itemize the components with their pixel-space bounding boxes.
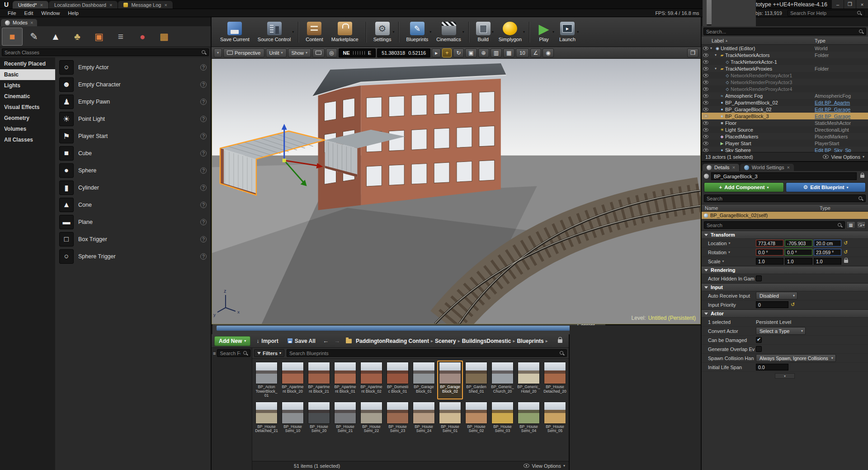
rotation-snap-button[interactable]: ∠	[530, 48, 542, 57]
mode-button[interactable]: ≡	[110, 28, 131, 46]
help-icon[interactable]	[200, 236, 207, 242]
outliner-row[interactable]: PlacedMarkers PlacedMarkers	[702, 133, 868, 140]
actor-type-text[interactable]: AtmosphericFog	[815, 93, 868, 99]
section-actor[interactable]: Actor	[702, 309, 868, 318]
grid-size-button[interactable]: 10	[516, 48, 528, 57]
scale-x-field[interactable]: 1.0	[756, 258, 783, 265]
can-be-damaged-checkbox[interactable]	[756, 337, 762, 343]
outliner-row[interactable]: NetworkRenderProxyActor4	[702, 85, 868, 92]
location-x-field[interactable]: 773.478	[756, 240, 783, 247]
visibility-eye-icon[interactable]	[703, 142, 708, 145]
asset-tile[interactable]: BP_Garage Block_01	[411, 361, 437, 399]
perspective-button[interactable]: Perspective	[223, 48, 264, 57]
actor-type-text[interactable]: PlayerStart	[815, 141, 868, 146]
forward-button[interactable]: →	[333, 337, 341, 344]
visibility-eye-icon[interactable]	[703, 128, 708, 132]
reset-icon[interactable]	[791, 302, 795, 308]
viewport-3d-scene[interactable]: z x y	[212, 59, 700, 324]
category-item[interactable]: Lights	[0, 80, 55, 91]
surface-snap-button[interactable]: ▥	[491, 48, 502, 57]
category-item[interactable]: Visual Effects	[0, 102, 55, 113]
toolbar-button[interactable]: Save Current	[216, 20, 254, 44]
outliner-search-input[interactable]	[704, 29, 859, 34]
asset-tile[interactable]: BP_Generic_Church_20	[490, 361, 515, 399]
outliner-row[interactable]: Sky Sphere Edit BP_Sky_Sp	[702, 147, 868, 152]
actor-type-text[interactable]: Edit BP_Sky_Sp	[815, 147, 868, 152]
visibility-eye-icon[interactable]	[703, 67, 708, 71]
placeable-item[interactable]: □ Box Trigger	[56, 231, 210, 248]
asset-tile[interactable]: BP_Domestic Block_01	[385, 361, 410, 399]
scale-tool-button[interactable]: ▣	[465, 48, 476, 57]
location-label[interactable]: Location	[708, 241, 756, 246]
toolbar-button[interactable]: Launch	[555, 20, 580, 44]
asset-tile[interactable]: BP_Acton TowerBlock_01	[254, 361, 279, 399]
category-item[interactable]: Recently Placed	[0, 58, 55, 69]
rotation-label[interactable]: Rotation	[708, 250, 756, 255]
expander-arrow-icon[interactable]: ▾	[710, 46, 714, 50]
help-icon[interactable]	[200, 116, 207, 122]
scale-label[interactable]: Scale	[708, 259, 756, 264]
breadcrumb-item[interactable]: Blueprints	[517, 338, 543, 344]
maximize-viewport-button[interactable]: ❐	[687, 48, 698, 57]
visibility-eye-icon[interactable]	[703, 135, 708, 138]
asset-tile[interactable]: BP_House Semi_02	[463, 400, 489, 435]
placeable-item[interactable]: ▮ Cylinder	[56, 179, 210, 196]
tab-modes[interactable]: Modes	[1, 19, 37, 26]
help-icon[interactable]	[200, 253, 207, 260]
outliner-row[interactable]: NetworkRenderProxyActor3	[702, 79, 868, 85]
chevron-down-icon[interactable]	[577, 30, 579, 34]
rotation-x-field[interactable]: 0.0 °	[756, 249, 783, 256]
outliner-row[interactable]: BP_GarageBlock_3 Edit BP_Garage	[702, 113, 868, 119]
chevron-down-icon[interactable]	[492, 30, 494, 34]
breadcrumb-item[interactable]: BuildingsDomestic	[462, 338, 511, 344]
asset-tile[interactable]: BP_Garden Shed_01	[463, 361, 489, 399]
scale-y-field[interactable]: 1.0	[785, 258, 812, 265]
outliner-view-options-button[interactable]: View Options	[823, 154, 864, 160]
reset-icon[interactable]	[844, 240, 848, 246]
add-new-button[interactable]: Add New	[214, 336, 250, 346]
spawn-collision-dropdown[interactable]: Always Spawn, Ignore Collisions	[756, 354, 836, 362]
rotation-y-field[interactable]: 0.0 °	[785, 249, 812, 256]
section-transform[interactable]: Transform	[702, 231, 868, 239]
outliner-row[interactable]: ▾ Untitled (Editor) World	[702, 45, 868, 52]
chevron-down-icon[interactable]	[429, 30, 431, 34]
asset-tile[interactable]: BP_House Semi_22	[359, 400, 384, 435]
breadcrumb-item[interactable]: Scenery	[435, 338, 456, 344]
property-matrix-button[interactable]	[846, 221, 855, 229]
breadcrumb-separator-icon[interactable]	[546, 338, 548, 343]
asset-tile[interactable]: BP_House Semi_23	[385, 400, 410, 435]
actor-type-text[interactable]: Folder	[815, 52, 868, 58]
restore-button[interactable]: ❐	[844, 0, 856, 9]
close-icon[interactable]	[732, 165, 735, 170]
category-item[interactable]: All Classes	[0, 134, 55, 145]
toolbar-button[interactable]: Simplygon	[495, 20, 526, 44]
visibility-eye-icon[interactable]	[703, 108, 708, 111]
property-search-input[interactable]	[704, 223, 837, 228]
asset-tile[interactable]: BP_Apartment Block_01	[332, 361, 358, 399]
outliner-row[interactable]: BP_ApartmentBlock_02 Edit BP_Apartm	[702, 99, 868, 106]
expander-arrow-icon[interactable]: ▾	[715, 53, 719, 57]
toolbar-button[interactable]: Content	[302, 20, 327, 44]
scale-lock-icon[interactable]	[844, 260, 848, 263]
outliner-row[interactable]: TrackNetworkActor-1	[702, 58, 868, 65]
scale-z-field[interactable]: 1.0	[814, 258, 841, 265]
outliner-row[interactable]: ▾ TrackNetworkActors Folder	[702, 52, 868, 58]
location-y-field[interactable]: -705.903	[785, 240, 812, 247]
section-rendering[interactable]: Rendering	[702, 266, 868, 274]
asset-tile[interactable]: BP_House Detached_20	[542, 361, 568, 399]
viewmode-button[interactable]: Unlit	[266, 48, 287, 57]
visibility-eye-icon[interactable]	[703, 114, 708, 118]
visibility-eye-icon[interactable]	[703, 47, 708, 50]
placeable-item[interactable]: ○ Empty Actor	[56, 59, 210, 76]
window-tab[interactable]: Localization Dashboard	[49, 1, 118, 9]
camera-settings-button[interactable]: ◎	[326, 48, 337, 57]
mode-button[interactable]: ✎	[24, 28, 44, 46]
component-search-input[interactable]	[704, 196, 858, 201]
component-row-selected[interactable]: BP_GarageBlock_02(self)	[702, 212, 868, 219]
asset-tile[interactable]: BP_Generic_Hotel_20	[516, 361, 542, 399]
screen-size-button[interactable]	[312, 48, 325, 57]
breadcrumb-separator-icon[interactable]	[431, 338, 433, 343]
category-item[interactable]: Cinematic	[0, 91, 55, 102]
import-button[interactable]: Import	[253, 337, 281, 346]
close-icon[interactable]	[30, 20, 33, 25]
